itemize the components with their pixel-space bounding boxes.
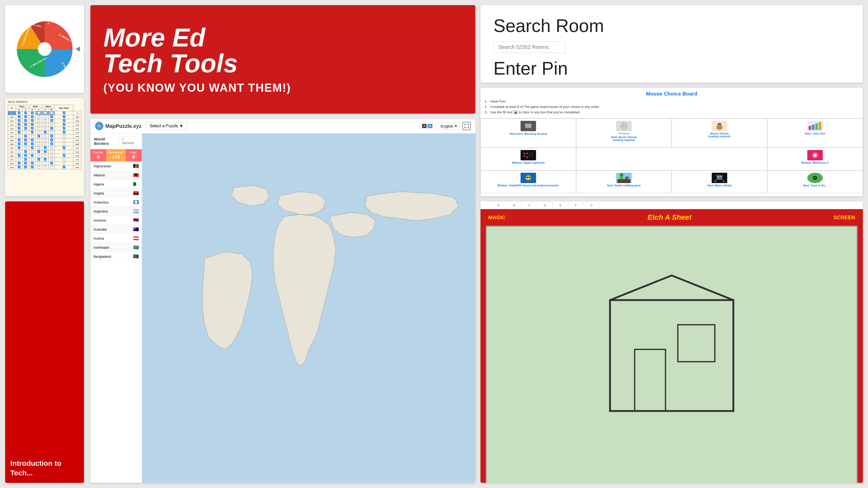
svg-rect-53: [714, 180, 716, 183]
col-e: E: [553, 201, 568, 209]
search-room-card: Search Room Enter Pin: [480, 5, 863, 83]
minimouse-thumbnail: [807, 150, 823, 160]
mouse-cell-voxels[interactable]: Hard: Voxels building game: [576, 170, 672, 193]
move-r: R: [48, 108, 55, 111]
mouse-cell-color-sort[interactable]: Easy: Color Sort: [767, 119, 863, 148]
translate-button[interactable]: A ★: [419, 123, 435, 129]
write-1: 1: [35, 108, 42, 111]
col-c: C: [522, 201, 537, 209]
svg-point-32: [531, 153, 533, 154]
write-header: Write: [29, 105, 42, 108]
world-borders-header: World Borders 7 Seconds: [90, 133, 142, 149]
mouse-cell-mouse-tutorial-1[interactable]: The Mouse Hard: Mouse Tutorial(reading r…: [576, 119, 672, 148]
bottom-left-card: Introduction to Tech...: [5, 201, 84, 483]
svg-rect-47: [627, 176, 629, 179]
svg-point-28: [526, 153, 528, 154]
svg-rect-25: [819, 122, 821, 130]
etch-magic-label: MAGIC: [488, 215, 505, 221]
search-rooms-input[interactable]: [493, 41, 566, 53]
diagram-thumbnail: [616, 121, 632, 131]
col-b: B: [506, 201, 522, 209]
move-header: Move: [42, 105, 55, 108]
map-sidebar: World Borders 7 Seconds Founds: 0 Remain…: [90, 133, 142, 483]
mouse-cell-make-robot[interactable]: Hard: Make a Robot: [672, 170, 767, 193]
mouse-cell-trace[interactable]: Hard: Trace to the...: [767, 170, 863, 193]
svg-rect-24: [815, 123, 818, 130]
list-item: Bangladesh 🇧🇩: [90, 252, 142, 261]
svg-point-31: [529, 153, 530, 154]
table-row: sub sub: [8, 115, 82, 119]
reading-0: 0: [16, 108, 23, 111]
list-item: Armenia 🇦🇲: [90, 216, 142, 225]
table-row: sub end: [8, 154, 82, 158]
new-state-header: New State: [55, 105, 73, 111]
col-a: A: [491, 201, 506, 209]
mouse-cell-mouse-tutorial-2[interactable]: Mouse Tutorial(reading required): [672, 119, 767, 148]
robot-thumbnail: [712, 173, 727, 183]
svg-point-33: [529, 155, 530, 157]
spinner-card: 1. Which... 2. Who were the... 3. Who di…: [5, 5, 84, 93]
svg-rect-52: [718, 178, 721, 179]
etch-screen[interactable]: [486, 226, 858, 483]
table-row: res res: [8, 158, 82, 162]
right-column: Search Room Enter Pin Mouse Choice Board…: [478, 0, 868, 488]
col-g: G: [584, 201, 599, 209]
a-icon: A: [422, 124, 427, 128]
country-list: Afghanistan 🇦🇫 Albania 🇦🇱 Algeria 🇩🇿: [90, 162, 142, 483]
fullscreen-button[interactable]: [462, 122, 471, 130]
trace-thumbnail: [807, 173, 823, 183]
spinner-arrow: [75, 46, 80, 52]
list-item: Antarctica 🇦🇶: [90, 198, 142, 207]
etch-screen-label: SCREEN: [834, 215, 855, 221]
lightbrite-thumbnail: [521, 150, 536, 160]
mouse-board-instructions: 1. Have Fun! 2. Complete at least 8 of T…: [485, 99, 859, 115]
language-label: English: [441, 124, 454, 128]
svg-point-39: [526, 175, 531, 181]
table-row: end end: [8, 162, 82, 165]
mouse-cell-mousing-around[interactable]: Start here: Mousing Around: [480, 119, 576, 148]
select-puzzle-button[interactable]: Select a Puzzle ▼: [146, 122, 187, 130]
svg-rect-22: [809, 126, 811, 130]
write-0: 0: [29, 108, 35, 111]
left-column: 1. Which... 2. Who were the... 3. Who di…: [0, 0, 88, 488]
spinner-wheel[interactable]: 1. Which... 2. Who were the... 3. Who di…: [14, 18, 76, 80]
center-column: More EdTech Tools (YOU KNOW YOU WANT THE…: [88, 0, 478, 488]
svg-rect-26: [522, 151, 535, 160]
if-header: If,: [8, 105, 16, 111]
list-item: Afghanistan 🇦🇫: [90, 162, 142, 171]
hero-subtitle: (YOU KNOW YOU WANT THEM!): [103, 82, 462, 94]
etch-title: Etch A Sheet: [647, 213, 691, 222]
table-row: res sub: [8, 150, 82, 154]
map-toolbar: MapPuzzle.xyz Select a Puzzle ▼ A ★ Engl…: [90, 119, 475, 133]
svg-rect-51: [720, 176, 721, 177]
color-sort-thumbnail: [807, 121, 823, 131]
table-row: con con: [8, 134, 82, 138]
svg-point-29: [524, 155, 525, 157]
list-item: Australia 🇦🇺: [90, 225, 142, 234]
svg-point-18: [717, 123, 721, 127]
turing-card: 00010 00000010 If, Then... Write Move Ne…: [5, 98, 84, 196]
language-button[interactable]: English ▾: [438, 122, 460, 130]
remaining-stat: Remaining: 173: [107, 149, 126, 161]
map-logo: MapPuzzle.xyz: [95, 122, 142, 130]
svg-rect-11: [527, 128, 530, 129]
svg-text:5.: 5.: [48, 22, 50, 25]
tape-display: 00010 00000010: [8, 101, 82, 103]
founds-stat: Founds: 0: [90, 149, 107, 161]
map-area[interactable]: [142, 133, 475, 483]
mouse-cell-minimouse[interactable]: Medium: Minimouse G: [767, 148, 863, 170]
map-logo-text: MapPuzzle.xyz: [105, 123, 142, 129]
etch-inner: MAGIC Etch A Sheet SCREEN: [480, 209, 863, 483]
table-row: end end: [8, 165, 82, 169]
enter-pin-title: Enter Pin: [493, 58, 850, 79]
svg-rect-54: [722, 180, 724, 183]
svg-point-30: [526, 157, 528, 158]
list-item: Algeria 🇩🇿: [90, 180, 142, 189]
mouse-cell-digital-light[interactable]: Medium: Digital Light-brite: [480, 148, 576, 170]
table-row: add res: [8, 138, 82, 142]
spreadsheet-header: A B C D E F G: [480, 201, 863, 209]
mouse-cell-owlieboo[interactable]: Medium: OwlieBOO mouse and keyboard prac…: [480, 170, 576, 193]
list-item: Argentina 🇦🇷: [90, 207, 142, 216]
svg-point-27: [524, 153, 525, 154]
mouse-board-header: Mouse Choice Board 1. Have Fun! 2. Compl…: [480, 88, 863, 118]
